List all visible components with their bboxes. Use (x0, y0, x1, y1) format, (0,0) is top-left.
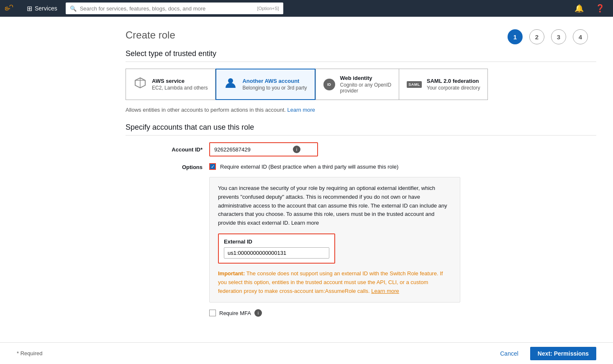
account-id-row: Account ID* i (126, 142, 596, 156)
entity-card-another-aws-account[interactable]: Another AWS account Belonging to you or … (215, 69, 315, 100)
account-id-field[interactable]: i (209, 142, 318, 156)
external-id-checkbox-label: Require external ID (Best practice when … (220, 164, 398, 170)
top-nav: aws ⊞ Services 🔍 [Option+S] 🔔 ❓ (0, 0, 613, 17)
svg-text:aws: aws (6, 7, 10, 10)
warning-text: Important: The console does not support … (218, 269, 451, 295)
search-bar[interactable]: 🔍 [Option+S] (66, 3, 283, 14)
step-1[interactable]: 1 (508, 29, 523, 44)
entity-card-saml-federation[interactable]: SAML SAML 2.0 federation Your corporate … (399, 69, 488, 100)
grid-icon: ⊞ (27, 5, 32, 13)
learn-more-link-1[interactable]: Learn more (287, 107, 315, 113)
section1-header: Select type of trusted entity (126, 49, 596, 62)
saml-federation-title: SAML 2.0 federation (427, 78, 480, 84)
search-shortcut: [Option+S] (257, 6, 279, 11)
aws-logo[interactable]: aws (5, 2, 18, 15)
another-aws-account-text: Another AWS account Belonging to you or … (242, 78, 307, 91)
options-label: Options (126, 163, 209, 170)
mfa-row: Require MFA i (209, 309, 596, 317)
search-icon: 🔍 (70, 5, 77, 12)
person-icon (224, 76, 237, 92)
external-id-checkbox[interactable]: ✓ (209, 163, 216, 170)
web-identity-subtitle: Cognito or any OpenIDprovider (340, 82, 392, 94)
mfa-info-icon[interactable]: i (254, 309, 262, 317)
external-id-label: External ID (224, 238, 329, 245)
warning-body: The console does not support using an ex… (218, 270, 443, 294)
account-id-input[interactable] (214, 146, 290, 153)
learn-more-link-3[interactable]: Learn more (371, 288, 399, 294)
step-3[interactable]: 3 (551, 29, 566, 44)
options-row: Options ✓ Require external ID (Best prac… (126, 163, 596, 170)
info-box: You can increase the security of your ro… (209, 177, 460, 302)
checkmark-icon: ✓ (211, 164, 215, 169)
mfa-checkbox[interactable] (209, 310, 216, 316)
another-aws-account-title: Another AWS account (242, 78, 307, 84)
main-content: 1 2 3 4 Create role Select type of trust… (0, 17, 613, 342)
aws-service-subtitle: EC2, Lambda and others (152, 85, 208, 91)
step-indicator: 1 2 3 4 (508, 29, 588, 44)
help-icon[interactable]: ❓ (592, 2, 608, 15)
web-identity-text: Web identity Cognito or any OpenIDprovid… (340, 75, 392, 94)
section2-header: Specify accounts that can use this role (126, 123, 596, 136)
search-input[interactable] (80, 5, 254, 12)
external-id-checkbox-row: ✓ Require external ID (Best practice whe… (209, 163, 398, 170)
web-identity-title: Web identity (340, 75, 392, 81)
account-id-label: Account ID* (126, 146, 209, 153)
services-nav[interactable]: ⊞ Services (23, 3, 61, 14)
step-2[interactable]: 2 (529, 29, 544, 44)
services-label: Services (35, 5, 57, 12)
info-line: Allows entities in other accounts to per… (126, 107, 596, 113)
cube-icon (133, 76, 147, 92)
svg-point-4 (228, 78, 233, 83)
bell-icon[interactable]: 🔔 (571, 2, 587, 15)
entity-card-web-identity[interactable]: ID Web identity Cognito or any OpenIDpro… (315, 69, 400, 100)
info-box-text: You can increase the security of your ro… (218, 184, 451, 228)
saml-federation-text: SAML 2.0 federation Your corporate direc… (427, 78, 480, 91)
another-aws-account-subtitle: Belonging to you or 3rd party (242, 85, 307, 91)
entity-cards: AWS service EC2, Lambda and others Anoth… (126, 69, 596, 100)
mfa-label: Require MFA (219, 310, 251, 316)
learn-more-link-2[interactable]: Learn more (291, 220, 319, 226)
aws-service-text: AWS service EC2, Lambda and others (152, 78, 208, 91)
aws-service-title: AWS service (152, 78, 208, 84)
step-4[interactable]: 4 (573, 29, 588, 44)
saml-federation-subtitle: Your corporate directory (427, 85, 480, 91)
saml-icon: SAML (407, 81, 422, 88)
options-content: ✓ Require external ID (Best practice whe… (209, 163, 398, 170)
warning-bold: Important: (218, 270, 245, 277)
external-id-input[interactable] (224, 247, 329, 259)
external-id-group[interactable]: External ID (218, 233, 335, 264)
entity-card-aws-service[interactable]: AWS service EC2, Lambda and others (126, 69, 215, 100)
account-id-info-icon[interactable]: i (293, 146, 300, 153)
oidc-icon: ID (323, 79, 335, 90)
